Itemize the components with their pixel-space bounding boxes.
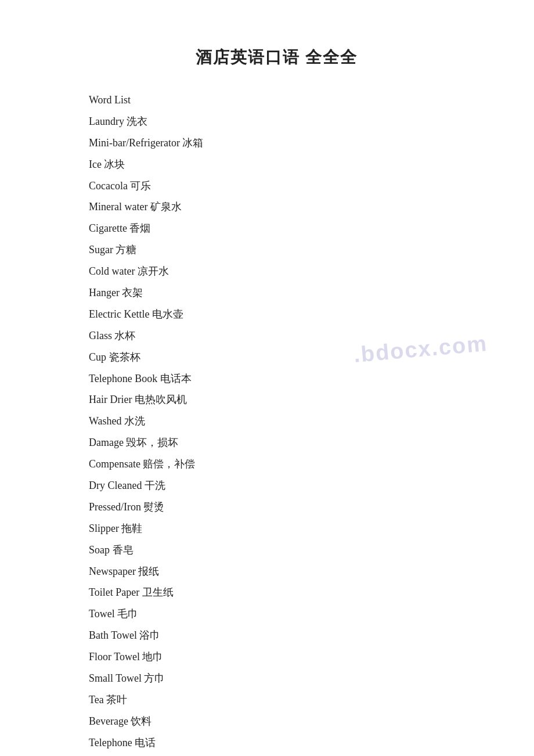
list-item: Telephone Book 电话本 <box>89 368 464 390</box>
list-item: Mineral water 矿泉水 <box>89 196 464 218</box>
list-item: Soap 香皂 <box>89 539 464 561</box>
list-item: Hanger 衣架 <box>89 282 464 304</box>
list-item: Glass 水杯 <box>89 325 464 347</box>
list-item: Sugar 方糖 <box>89 239 464 261</box>
list-item: Floor Towel 地巾 <box>89 646 464 668</box>
list-item: Telephone 电话 <box>89 732 464 754</box>
list-item: Small Towel 方巾 <box>89 668 464 689</box>
list-item: Electric Kettle 电水壶 <box>89 304 464 325</box>
list-item: Toilet Paper 卫生纸 <box>89 582 464 603</box>
list-item: Bath Towel 浴巾 <box>89 625 464 646</box>
word-list: Word List Laundry 洗衣Mini-bar/Refrigerato… <box>89 89 464 756</box>
list-item: Compensate 赔偿，补偿 <box>89 453 464 475</box>
page-title: 酒店英语口语 全全全 <box>89 46 464 69</box>
list-item: Cup 瓷茶杯 <box>89 347 464 368</box>
list-item: Damage 毁坏，损坏 <box>89 432 464 453</box>
list-item: Hair Drier 电热吹风机 <box>89 389 464 411</box>
list-item: Newspaper 报纸 <box>89 561 464 582</box>
list-item: Ice 冰块 <box>89 154 464 175</box>
list-item: Mini-bar/Refrigerator 冰箱 <box>89 132 464 154</box>
list-item: Pressed/Iron 熨烫 <box>89 496 464 518</box>
list-item: Towel 毛巾 <box>89 603 464 625</box>
list-item: Washed 水洗 <box>89 411 464 432</box>
list-item: Dry Cleaned 干洗 <box>89 475 464 496</box>
word-list-label: Word List <box>89 89 464 111</box>
list-item: Cocacola 可乐 <box>89 175 464 197</box>
list-item: Tea 茶叶 <box>89 689 464 711</box>
list-item: TV controller 遥控器 <box>89 754 464 756</box>
list-item: Cold water 凉开水 <box>89 261 464 282</box>
list-item: Cigarette 香烟 <box>89 218 464 239</box>
list-item: Laundry 洗衣 <box>89 111 464 132</box>
list-item: Beverage 饮料 <box>89 711 464 732</box>
list-item: Slipper 拖鞋 <box>89 518 464 539</box>
